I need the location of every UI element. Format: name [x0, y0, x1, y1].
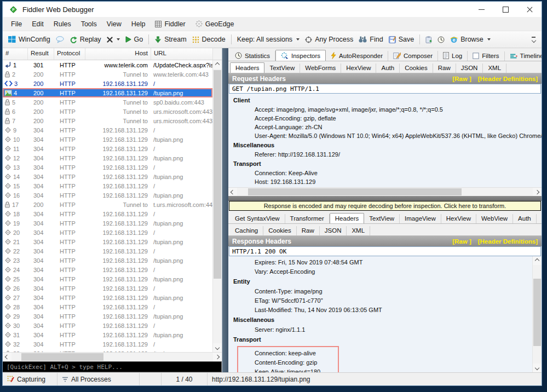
tab-caching[interactable]: Caching: [230, 226, 263, 235]
table-row[interactable]: 14304HTTP192.168.131.129/tupian.png: [3, 172, 212, 181]
tab-raw[interactable]: Raw: [433, 64, 456, 73]
scroll-up-icon[interactable]: [213, 60, 222, 69]
table-row[interactable]: 5200HTTPTunnel tosp0.baidu.com:443: [3, 97, 212, 107]
column-header-result[interactable]: Result: [28, 48, 54, 60]
table-row[interactable]: 24304HTTP192.168.131.129/: [3, 265, 212, 274]
menu-item-fiddler[interactable]: Fiddler: [150, 19, 190, 30]
table-row[interactable]: 29304HTTP192.168.131.129/tupian.png: [3, 312, 212, 321]
menu-item-file[interactable]: File: [6, 19, 27, 30]
tab-inspectors[interactable]: Inspectors: [275, 50, 326, 61]
request-response-splitter[interactable]: [228, 196, 542, 201]
menu-item-edit[interactable]: Edit: [27, 19, 49, 30]
table-row[interactable]: 21304HTTP192.168.131.129/tupian.png: [3, 237, 212, 246]
tab-timeline[interactable]: Timeline: [505, 51, 542, 61]
tab-get-syntaxview[interactable]: Get SyntaxView: [230, 214, 285, 223]
scrollbar-thumb[interactable]: [21, 353, 103, 361]
tab-headers[interactable]: Headers: [330, 213, 364, 224]
scrollbar-thumb[interactable]: [214, 70, 221, 279]
table-row[interactable]: 7200HTTPTunnel tours.microsoft.com:443: [3, 116, 212, 125]
table-row[interactable]: 26304HTTP192.168.131.129/: [3, 284, 212, 293]
panel-splitter[interactable]: [222, 48, 228, 372]
table-row[interactable]: 6200HTTPTunnel tours.microsoft.com:443: [3, 107, 212, 116]
toolbar-stream-button[interactable]: Stream: [152, 34, 189, 45]
table-row[interactable]: 31304HTTP192.168.131.129/tupian.png: [3, 330, 212, 339]
table-row[interactable]: 13304HTTP192.168.131.129/: [3, 163, 212, 172]
menu-item-rules[interactable]: Rules: [49, 19, 76, 30]
table-row[interactable]: 25304HTTP192.168.131.129/tupian.png: [3, 274, 212, 284]
header-definitions-link[interactable]: [Header Definitions]: [478, 76, 538, 82]
table-row[interactable]: 22304HTTP192.168.131.129/: [3, 246, 212, 256]
scroll-down-icon[interactable]: [213, 343, 222, 352]
table-row[interactable]: 3200HTTP192.168.131.129/: [3, 79, 212, 88]
table-row[interactable]: 9304HTTP192.168.131.129/: [3, 125, 212, 135]
response-vertical-scrollbar[interactable]: [532, 256, 542, 372]
table-row[interactable]: 18304HTTP192.168.131.129/: [3, 209, 212, 218]
toolbar-delete-button[interactable]: [104, 35, 123, 44]
tab-headers[interactable]: Headers: [230, 62, 264, 73]
table-row[interactable]: 27304HTTP192.168.131.129/tupian.png: [3, 293, 212, 302]
scroll-left-icon[interactable]: [228, 188, 237, 197]
tab-hexview[interactable]: HexView: [441, 214, 476, 223]
header-definitions-link[interactable]: [Header Definitions]: [478, 238, 538, 245]
column-header-protocol[interactable]: Protocol: [54, 48, 85, 60]
raw-link[interactable]: [Raw ]: [452, 76, 471, 82]
close-button[interactable]: [517, 2, 542, 17]
toolbar-keep-all-sessions-button[interactable]: Keep: All sessions: [234, 34, 302, 45]
raw-link[interactable]: [Raw ]: [452, 238, 471, 245]
tab-webview[interactable]: WebView: [476, 214, 513, 223]
tab-json[interactable]: JSON: [456, 64, 483, 73]
tab-transformer[interactable]: Transformer: [285, 214, 330, 223]
toolbar-find-button[interactable]: Find: [356, 34, 385, 45]
toolbar-any-process-button[interactable]: Any Process: [302, 34, 356, 45]
maximize-button[interactable]: [493, 2, 517, 17]
table-row[interactable]: 15304HTTP192.168.131.129/: [3, 181, 212, 191]
toolbar-winconfig-button[interactable]: WinConfig: [5, 34, 53, 45]
request-horizontal-scrollbar[interactable]: [228, 187, 542, 196]
toolbar-clock-button[interactable]: [435, 34, 447, 45]
tab-imageview[interactable]: ImageView: [400, 214, 441, 223]
tab-log[interactable]: Log: [438, 51, 468, 61]
table-row[interactable]: 16304HTTP192.168.131.129/tupian.png: [3, 191, 212, 200]
menu-item-help[interactable]: Help: [126, 19, 151, 30]
session-vertical-scrollbar[interactable]: [212, 60, 222, 352]
scroll-left-icon[interactable]: [3, 353, 11, 361]
session-horizontal-scrollbar[interactable]: [3, 352, 222, 361]
toolbar-replay-button[interactable]: Replay: [67, 34, 104, 45]
toolbar-clipboard-button[interactable]: [423, 34, 435, 45]
tab-statistics[interactable]: Statistics: [230, 51, 275, 61]
tab-cookies[interactable]: Cookies: [263, 226, 297, 235]
tab-composer[interactable]: Composer: [388, 51, 438, 61]
scroll-right-icon[interactable]: [533, 188, 542, 197]
process-filter[interactable]: All Processes: [57, 373, 140, 385]
toolbar-decode-button[interactable]: Decode: [189, 34, 228, 45]
response-encoded-notice[interactable]: Response is encoded and may require deco…: [229, 201, 541, 211]
tab-xml[interactable]: XML: [347, 226, 370, 235]
tab-xml[interactable]: XML: [483, 64, 506, 73]
tab-hexview[interactable]: HexView: [341, 64, 376, 73]
capturing-toggle[interactable]: Capturing: [3, 373, 57, 385]
scroll-up-icon[interactable]: [533, 256, 542, 265]
table-row[interactable]: 1301HTTPwww.telerik.com/UpdateCheck.aspx…: [3, 60, 212, 70]
scrollbar-thumb[interactable]: [533, 279, 541, 345]
tab-raw[interactable]: Raw: [297, 226, 320, 235]
table-row[interactable]: 10304HTTP192.168.131.129/tupian.png: [3, 135, 212, 144]
scroll-right-icon[interactable]: [213, 353, 222, 361]
tab-json[interactable]: JSON: [320, 226, 347, 235]
response-status-line[interactable]: HTTP/1.1 200 OK: [229, 246, 541, 256]
toolbar-go-button[interactable]: Go: [123, 34, 146, 45]
table-row[interactable]: 28304HTTP192.168.131.129/: [3, 302, 212, 312]
menu-item-tools[interactable]: Tools: [76, 19, 102, 30]
toolbar-browse-button[interactable]: eBrowse: [447, 34, 493, 45]
menu-item-view[interactable]: View: [102, 19, 126, 30]
tab-textview[interactable]: TextView: [264, 64, 300, 73]
table-row[interactable]: 20304HTTP192.168.131.129/: [3, 228, 212, 237]
request-line[interactable]: GET /tupian.png HTTP/1.1: [229, 84, 541, 94]
toolbar-overflow-button[interactable]: [528, 35, 539, 43]
tab-cookies[interactable]: Cookies: [400, 64, 433, 73]
table-row[interactable]: 2200HTTPTunnel towww.telerik.com:443: [3, 70, 212, 79]
table-row[interactable]: 4200HTTP192.168.131.129/tupian.png: [3, 88, 212, 97]
quickexec-input[interactable]: [QuickExec] ALT+Q > type HELP...: [3, 361, 222, 372]
tab-webforms[interactable]: WebForms: [300, 64, 341, 73]
table-row[interactable]: 17200HTTPTunnel tot.urs.microsoft.com:44…: [3, 200, 212, 209]
scrollbar-thumb[interactable]: [248, 188, 462, 195]
